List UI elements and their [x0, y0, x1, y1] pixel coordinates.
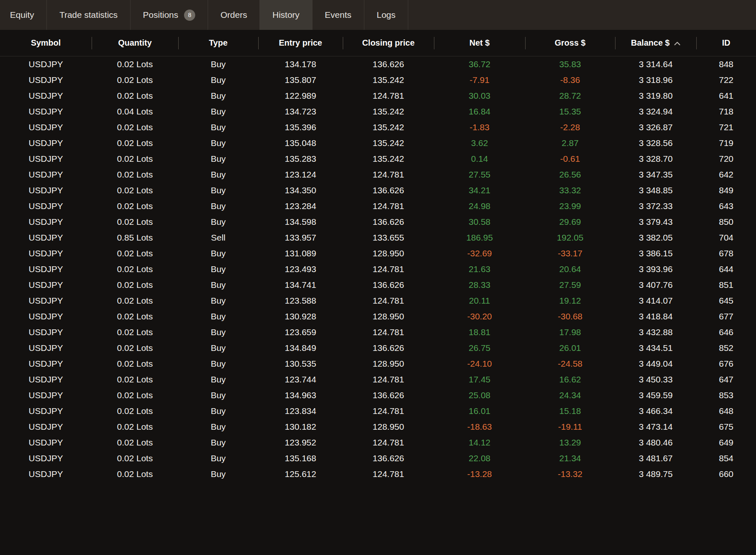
table-row[interactable]: USDJPY0.02 LotsBuy135.283135.2420.14-0.6… — [0, 151, 756, 167]
cell-quantity: 0.02 Lots — [92, 469, 178, 479]
table-row[interactable]: USDJPY0.02 LotsBuy123.834124.78116.0115.… — [0, 403, 756, 419]
tab-logs[interactable]: Logs — [364, 0, 409, 30]
cell-entry_price: 135.396 — [258, 122, 343, 132]
cell-gross: 27.59 — [525, 280, 615, 290]
tab-equity-label: Equity — [10, 10, 34, 20]
cell-type: Buy — [178, 422, 258, 432]
cell-net: 18.81 — [434, 327, 525, 337]
cell-net: 24.98 — [434, 201, 525, 211]
cell-gross: 2.87 — [525, 138, 615, 148]
cell-symbol: USDJPY — [0, 170, 92, 180]
cell-quantity: 0.85 Lots — [92, 233, 178, 243]
table-row[interactable]: USDJPY0.02 LotsBuy130.182128.950-18.63-1… — [0, 419, 756, 435]
history-table-body: USDJPY0.02 LotsBuy134.178136.62636.7235.… — [0, 56, 756, 482]
cell-balance: 3 319.80 — [615, 91, 696, 101]
cell-entry_price: 134.849 — [258, 343, 343, 353]
column-header-balance[interactable]: Balance $ — [615, 30, 696, 56]
cell-quantity: 0.02 Lots — [92, 390, 178, 400]
table-row[interactable]: USDJPY0.02 LotsBuy135.807135.242-7.91-8.… — [0, 72, 756, 88]
cell-balance: 3 480.46 — [615, 438, 696, 448]
cell-balance: 3 372.33 — [615, 201, 696, 211]
cell-entry_price: 134.178 — [258, 59, 343, 69]
table-row[interactable]: USDJPY0.02 LotsBuy123.284124.78124.9823.… — [0, 198, 756, 214]
cell-symbol: USDJPY — [0, 280, 92, 290]
cell-entry_price: 123.284 — [258, 201, 343, 211]
cell-type: Buy — [178, 217, 258, 227]
cell-id: 718 — [696, 107, 756, 117]
cell-gross: 21.34 — [525, 453, 615, 463]
cell-net: -24.10 — [434, 359, 525, 369]
table-row[interactable]: USDJPY0.02 LotsBuy123.493124.78121.6320.… — [0, 261, 756, 277]
cell-quantity: 0.02 Lots — [92, 217, 178, 227]
cell-balance: 3 386.15 — [615, 248, 696, 258]
table-row[interactable]: USDJPY0.04 LotsBuy134.723135.24216.8415.… — [0, 104, 756, 119]
table-row[interactable]: USDJPY0.02 LotsBuy122.989124.78130.0328.… — [0, 88, 756, 104]
column-header-quantity[interactable]: Quantity — [92, 30, 178, 56]
tab-events[interactable]: Events — [313, 0, 364, 30]
cell-balance: 3 449.04 — [615, 359, 696, 369]
table-row[interactable]: USDJPY0.02 LotsBuy134.849136.62626.7526.… — [0, 340, 756, 356]
cell-id: 853 — [696, 390, 756, 400]
cell-symbol: USDJPY — [0, 390, 92, 400]
cell-type: Buy — [178, 75, 258, 85]
cell-symbol: USDJPY — [0, 312, 92, 321]
tab-positions[interactable]: Positions 8 — [131, 0, 208, 30]
cell-id: 852 — [696, 343, 756, 353]
cell-entry_price: 125.612 — [258, 469, 343, 479]
cell-closing_price: 124.781 — [343, 201, 434, 211]
tab-trade-statistics[interactable]: Trade statistics — [47, 0, 130, 30]
cell-closing_price: 135.242 — [343, 122, 434, 132]
cell-type: Buy — [178, 438, 258, 448]
table-row[interactable]: USDJPY0.02 LotsBuy135.168136.62622.0821.… — [0, 450, 756, 466]
cell-balance: 3 326.87 — [615, 122, 696, 132]
table-row[interactable]: USDJPY0.02 LotsBuy123.588124.78120.1119.… — [0, 293, 756, 309]
table-row[interactable]: USDJPY0.02 LotsBuy131.089128.950-32.69-3… — [0, 246, 756, 261]
table-row[interactable]: USDJPY0.02 LotsBuy130.535128.950-24.10-2… — [0, 356, 756, 372]
tab-orders-label: Orders — [220, 10, 247, 20]
column-header-gross[interactable]: Gross $ — [525, 30, 615, 56]
cell-entry_price: 131.089 — [258, 248, 343, 258]
cell-type: Buy — [178, 107, 258, 117]
table-row[interactable]: USDJPY0.02 LotsBuy125.612124.781-13.28-1… — [0, 466, 756, 482]
table-row[interactable]: USDJPY0.02 LotsBuy134.350136.62634.2133.… — [0, 183, 756, 198]
cell-balance: 3 324.94 — [615, 107, 696, 117]
table-row[interactable]: USDJPY0.85 LotsSell133.957133.655186.951… — [0, 230, 756, 246]
cell-type: Buy — [178, 327, 258, 337]
table-row[interactable]: USDJPY0.02 LotsBuy134.741136.62628.3327.… — [0, 277, 756, 293]
column-header-type[interactable]: Type — [178, 30, 258, 56]
column-header-id[interactable]: ID — [696, 30, 756, 56]
table-row[interactable]: USDJPY0.02 LotsBuy123.744124.78117.4516.… — [0, 372, 756, 387]
column-header-closing-price[interactable]: Closing price — [343, 30, 434, 56]
cell-gross: 13.29 — [525, 438, 615, 448]
table-row[interactable]: USDJPY0.02 LotsBuy134.598136.62630.5829.… — [0, 214, 756, 230]
tab-equity[interactable]: Equity — [0, 0, 47, 30]
column-header-entry-price[interactable]: Entry price — [258, 30, 343, 56]
cell-entry_price: 134.350 — [258, 185, 343, 195]
cell-quantity: 0.02 Lots — [92, 296, 178, 306]
table-row[interactable]: USDJPY0.02 LotsBuy123.124124.78127.5526.… — [0, 167, 756, 183]
cell-quantity: 0.02 Lots — [92, 122, 178, 132]
table-row[interactable]: USDJPY0.02 LotsBuy135.048135.2423.622.87… — [0, 135, 756, 151]
tab-history[interactable]: History — [260, 0, 312, 30]
cell-id: 676 — [696, 359, 756, 369]
cell-closing_price: 124.781 — [343, 438, 434, 448]
cell-entry_price: 130.182 — [258, 422, 343, 432]
cell-quantity: 0.02 Lots — [92, 327, 178, 337]
cell-symbol: USDJPY — [0, 201, 92, 211]
table-row[interactable]: USDJPY0.02 LotsBuy134.178136.62636.7235.… — [0, 56, 756, 72]
cell-symbol: USDJPY — [0, 296, 92, 306]
column-header-symbol[interactable]: Symbol — [0, 30, 92, 56]
table-row[interactable]: USDJPY0.02 LotsBuy123.659124.78118.8117.… — [0, 324, 756, 340]
table-row[interactable]: USDJPY0.02 LotsBuy135.396135.242-1.83-2.… — [0, 119, 756, 135]
column-header-net[interactable]: Net $ — [434, 30, 525, 56]
table-row[interactable]: USDJPY0.02 LotsBuy134.963136.62625.0824.… — [0, 387, 756, 403]
cell-id: 678 — [696, 248, 756, 258]
table-row[interactable]: USDJPY0.02 LotsBuy123.952124.78114.1213.… — [0, 435, 756, 450]
cell-balance: 3 379.43 — [615, 217, 696, 227]
tab-trade-statistics-label: Trade statistics — [59, 10, 117, 20]
cell-closing_price: 136.626 — [343, 390, 434, 400]
tab-orders[interactable]: Orders — [208, 0, 260, 30]
cell-gross: 29.69 — [525, 217, 615, 227]
table-row[interactable]: USDJPY0.02 LotsBuy130.928128.950-30.20-3… — [0, 309, 756, 324]
cell-net: -30.20 — [434, 312, 525, 321]
